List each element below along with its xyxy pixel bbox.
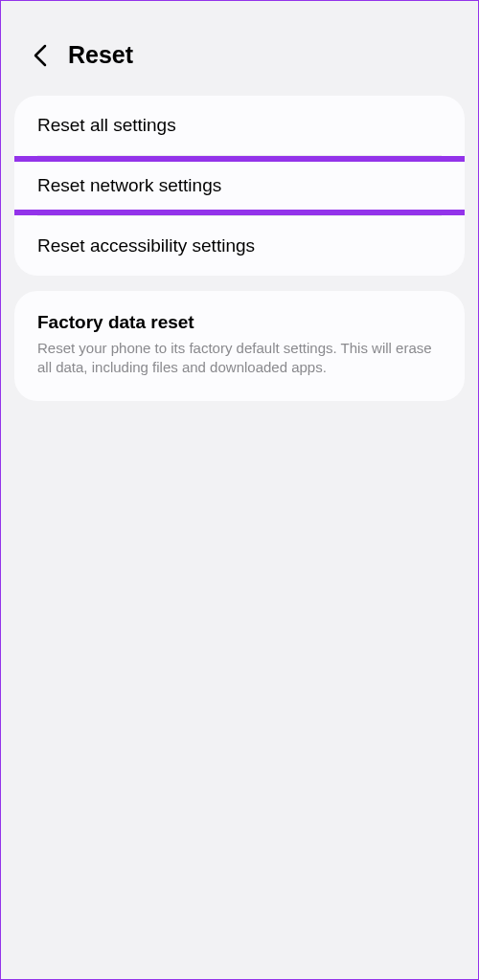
- reset-accessibility-settings-item[interactable]: Reset accessibility settings: [14, 216, 465, 276]
- factory-reset-card: Factory data reset Reset your phone to i…: [14, 291, 465, 401]
- factory-data-reset-item[interactable]: Factory data reset Reset your phone to i…: [14, 291, 465, 401]
- list-item-label: Reset network settings: [37, 175, 442, 196]
- list-item-label: Factory data reset: [37, 312, 442, 333]
- back-icon[interactable]: [30, 45, 51, 66]
- list-item-description: Reset your phone to its factory default …: [37, 339, 442, 378]
- highlight-annotation: Reset network settings: [14, 156, 465, 215]
- list-item-label: Reset accessibility settings: [37, 235, 442, 256]
- reset-network-settings-item[interactable]: Reset network settings: [14, 162, 465, 210]
- reset-options-card: Reset all settings Reset network setting…: [14, 96, 465, 276]
- list-item-label: Reset all settings: [37, 115, 442, 136]
- page-title: Reset: [68, 41, 133, 69]
- header: Reset: [1, 1, 478, 96]
- reset-all-settings-item[interactable]: Reset all settings: [14, 96, 465, 155]
